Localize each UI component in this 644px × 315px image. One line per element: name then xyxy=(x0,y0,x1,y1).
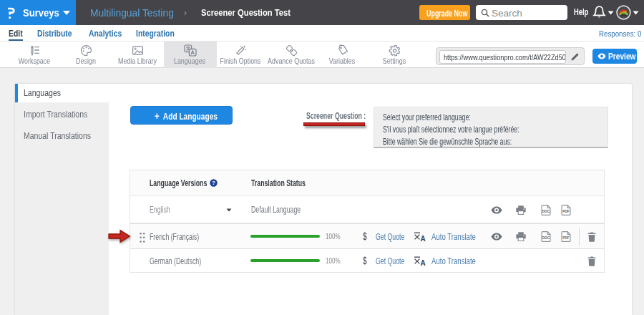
svg-text:PDF: PDF xyxy=(562,236,570,240)
svg-text:PDF: PDF xyxy=(562,210,570,213)
svg-text:DOC: DOC xyxy=(542,236,550,240)
svg-text:A: A xyxy=(421,259,426,266)
svg-text:?: ? xyxy=(212,180,215,186)
svg-text:DOC: DOC xyxy=(542,210,550,213)
svg-text:A: A xyxy=(421,235,426,242)
